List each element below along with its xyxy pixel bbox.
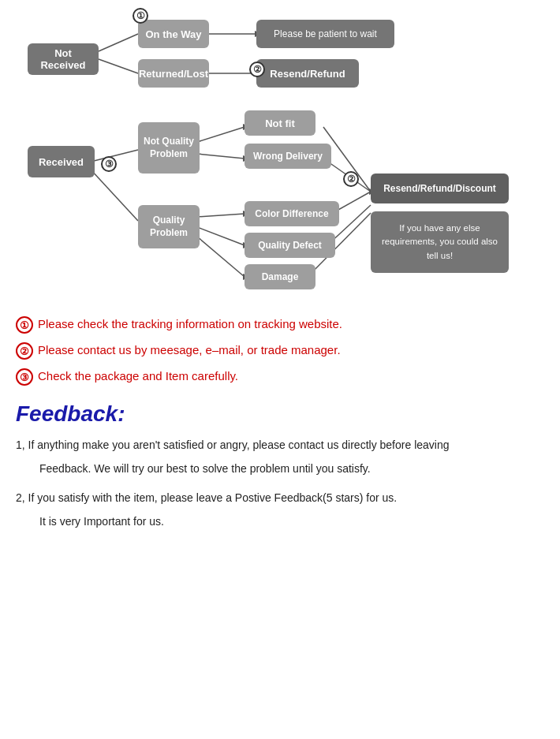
box-not-quality: Not Quality Problem	[138, 122, 200, 174]
flowchart: Not Received On the Way Returned/Lost Pl…	[16, 8, 544, 308]
feedback-section: Feedback: 1, If anything make you aren't…	[16, 401, 544, 531]
box-resend-discount: Resend/Refund/Discount	[371, 174, 509, 203]
instruction-text-2: Please contact us by meesage, e–mail, or…	[38, 342, 341, 358]
svg-line-14	[197, 227, 245, 245]
box-returned-lost: Returned/Lost	[138, 59, 209, 88]
svg-line-8	[197, 127, 245, 142]
feedback-item-1: 1, If anything make you aren't satisfied…	[16, 436, 544, 453]
svg-line-16	[197, 237, 245, 277]
feedback-item-1-indent: Feedback. We will try our best to solve …	[39, 460, 544, 477]
box-not-fit: Not fit	[245, 110, 315, 136]
instruction-3: ③ Check the package and Item carefully.	[16, 368, 544, 386]
instruction-text-1: Please check the tracking information on…	[38, 315, 342, 332]
instruction-2: ② Please contact us by meesage, e–mail, …	[16, 342, 544, 360]
circle-2-bottom: ②	[343, 171, 359, 187]
box-resend-refund: Resend/Refund	[256, 59, 359, 88]
svg-line-10	[197, 154, 245, 159]
instruction-circle-3: ③	[16, 368, 33, 386]
feedback-item-2-indent: It is very Important for us.	[39, 513, 544, 530]
svg-line-1	[99, 59, 138, 73]
feedback-title: Feedback:	[16, 401, 544, 427]
feedback-item-2: 2, If you satisfy with the item, please …	[16, 489, 544, 506]
box-patient: Please be patient to wait	[256, 20, 394, 48]
instruction-circle-1: ①	[16, 316, 33, 334]
instruction-text-3: Check the package and Item carefully.	[38, 368, 238, 384]
circle-1: ①	[133, 8, 148, 24]
instructions-section: ① Please check the tracking information …	[16, 315, 544, 386]
instruction-circle-2: ②	[16, 342, 33, 360]
box-on-the-way: On the Way	[138, 20, 209, 48]
box-damage: Damage	[245, 264, 315, 289]
box-color-diff: Color Difference	[245, 201, 339, 226]
box-quality-defect: Quality Defect	[245, 233, 335, 258]
box-wrong-delivery: Wrong Delivery	[245, 144, 331, 169]
feedback-item-2-prefix: 2, If you satisfy with the item, please …	[16, 491, 397, 504]
box-quality-problem: Quality Problem	[138, 205, 200, 248]
feedback-item-1-prefix: 1, If anything make you aren't satisfied…	[16, 439, 450, 451]
instruction-1: ① Please check the tracking information …	[16, 315, 544, 334]
box-special-note: If you have any else requirements, you c…	[371, 211, 509, 273]
circle-3: ③	[101, 156, 117, 172]
svg-line-12	[197, 214, 245, 217]
svg-line-7	[91, 170, 138, 221]
box-not-received: Not Received	[28, 43, 99, 75]
circle-2-top: ②	[249, 62, 265, 77]
box-received: Received	[28, 146, 95, 177]
svg-line-0	[99, 34, 138, 51]
